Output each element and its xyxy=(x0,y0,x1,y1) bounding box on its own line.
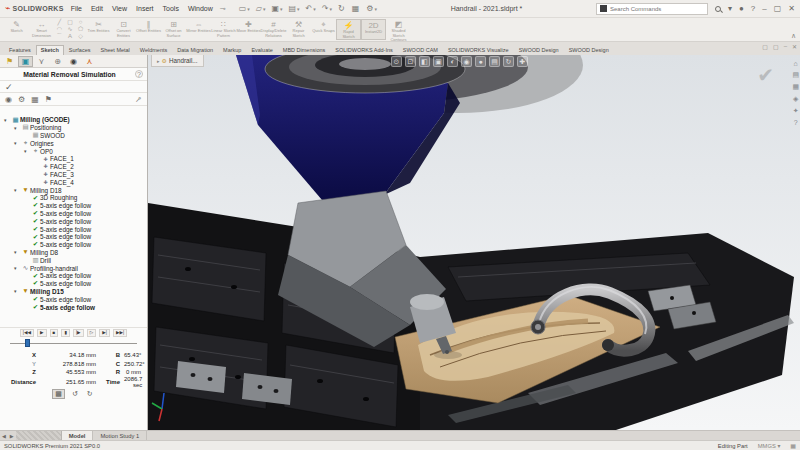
search-options-icon[interactable]: ▾ xyxy=(728,4,732,13)
pin-icon[interactable]: ⊸ xyxy=(133,93,144,104)
swood-cam-tab[interactable]: ⋏ xyxy=(82,56,97,67)
convert-entities-tool[interactable]: ⊡ Convert Entities xyxy=(111,19,136,40)
print-icon[interactable]: ▤▾ xyxy=(289,4,300,13)
refresh-stock-icon[interactable]: ↺ xyxy=(70,390,80,398)
offset-on-surface-tool[interactable]: ⊞ Offset on Surface xyxy=(161,19,186,40)
menu-item[interactable]: File xyxy=(71,5,82,12)
step-back-button[interactable]: |▶ xyxy=(73,329,84,338)
menu-item[interactable]: Window xyxy=(188,5,213,12)
menu-pin-icon[interactable]: ⊸ xyxy=(220,5,226,13)
status-options-icon[interactable]: ▦ xyxy=(790,442,796,449)
design-library-icon[interactable]: ▤ xyxy=(792,71,799,79)
expander-icon[interactable]: ▾ xyxy=(14,249,21,255)
shape-tool-icon[interactable]: ╱ xyxy=(58,19,62,26)
document-mode-tab[interactable]: Model xyxy=(62,431,94,440)
offset-entities-tool[interactable]: ∥ Offset Entities xyxy=(136,19,161,40)
progress-track[interactable] xyxy=(10,343,137,344)
shape-tool-icon[interactable]: ⌒ xyxy=(56,33,62,40)
command-tab[interactable]: Data Migration xyxy=(172,45,218,55)
section-view-icon[interactable]: ◧ xyxy=(419,56,430,67)
file-explorer-icon[interactable]: ▦ xyxy=(792,83,799,91)
tree-item[interactable]: ▾ FACE_3 xyxy=(0,171,147,179)
new-file-icon[interactable]: ▭▾ xyxy=(239,4,250,13)
menu-item[interactable]: Insert xyxy=(136,5,154,12)
appearance-icon[interactable]: ● xyxy=(475,56,486,67)
command-tab[interactable]: Features xyxy=(4,45,36,55)
zoom-area-icon[interactable]: ⊡ xyxy=(405,56,416,67)
document-mode-tab[interactable]: Motion Study 1 xyxy=(93,431,147,440)
shape-tool-icon[interactable]: A xyxy=(68,33,72,40)
command-tab[interactable]: Evaluate xyxy=(246,45,277,55)
doc-cascade-icon[interactable]: ▢ xyxy=(773,43,779,50)
stop-button[interactable]: ■ xyxy=(50,329,59,338)
menu-item[interactable]: View xyxy=(112,5,127,12)
tree-item[interactable]: ▾ Milling D15 xyxy=(0,288,147,296)
tree-item[interactable]: ▾ Profiling-handrail xyxy=(0,264,147,272)
pan-icon[interactable]: ✚ xyxy=(517,56,528,67)
pause-button[interactable]: ▮ xyxy=(61,329,70,338)
tree-item[interactable]: ▾ Positioning xyxy=(0,124,147,132)
doc-minimize-icon[interactable]: – xyxy=(784,43,787,50)
command-tab[interactable]: Sheet Metal xyxy=(95,45,134,55)
shape-tool-icon[interactable]: ◠ xyxy=(57,26,62,33)
tree-item[interactable]: ▾ Milling D8 xyxy=(0,249,147,257)
sketch-tool[interactable]: ✎ Sketch xyxy=(4,19,29,40)
flyout-chevron-icon[interactable]: ▸ xyxy=(157,58,160,64)
linear-sketch-pattern-tool[interactable]: ∷ Linear Sketch Pattern xyxy=(211,19,236,40)
tab-splitter[interactable] xyxy=(16,431,62,440)
options-icon[interactable]: ⚙▾ xyxy=(366,4,377,13)
command-tab[interactable]: SWOOD Design xyxy=(564,45,614,55)
go-to-start-button[interactable]: |◀◀ xyxy=(20,329,34,338)
play-button[interactable]: ▶ xyxy=(37,329,47,338)
help-icon[interactable]: ? xyxy=(135,70,143,78)
file-properties-icon[interactable]: ▦ xyxy=(352,4,361,13)
tree-item[interactable]: ▾ Drill xyxy=(0,256,147,264)
home-icon[interactable]: ⌂ xyxy=(794,60,798,67)
command-tab[interactable]: Markup xyxy=(218,45,246,55)
viewport-document-tab[interactable]: ▸ ⚙ Handrail... xyxy=(151,55,204,67)
command-tab[interactable]: SOLIDWORKS Visualize xyxy=(443,45,514,55)
update-simulation-icon[interactable]: ↻ xyxy=(85,390,95,398)
progress-handle[interactable] xyxy=(25,339,30,347)
shape-tool-icon[interactable]: ○ xyxy=(79,19,83,26)
tree-item[interactable]: ▾ Milling D18 xyxy=(0,186,147,194)
expander-icon[interactable]: ▾ xyxy=(14,288,21,294)
search-icon[interactable] xyxy=(715,6,721,12)
tree-item[interactable]: ▾ 3D Roughing xyxy=(0,194,147,202)
minimize-icon[interactable]: – xyxy=(762,4,766,13)
ok-button[interactable]: ✓ xyxy=(5,82,13,92)
expander-icon[interactable]: ▾ xyxy=(14,265,21,271)
display-delete-relations-tool[interactable]: # Display/Delete Relations xyxy=(261,19,286,40)
tree-item[interactable]: ▾ OP0 xyxy=(0,147,147,155)
forum-icon[interactable]: ? xyxy=(794,119,798,126)
command-tab[interactable]: SWOOD CAM xyxy=(398,45,443,55)
save-icon[interactable]: ▣▾ xyxy=(271,4,282,13)
tree-item[interactable]: ▾ Origines xyxy=(0,139,147,147)
command-tab[interactable]: SOLIDWORKS Add-Ins xyxy=(330,45,397,55)
undo-icon[interactable]: ↶▾ xyxy=(306,4,316,13)
confirmation-corner-check-icon[interactable]: ✔ xyxy=(757,63,774,87)
viewport-3d[interactable]: ▸ ⚙ Handrail... ⊙⊡◧▣◐◉●▤↻✚ ✔ ⌂▤▦◈✦? xyxy=(148,55,800,430)
displaymanager-tab[interactable]: ◉ xyxy=(66,56,81,67)
command-tab[interactable]: Surfaces xyxy=(64,45,96,55)
tree-item[interactable]: ▾ 5-axis edge follow xyxy=(0,303,147,311)
display-style-icon[interactable]: ◐ xyxy=(447,56,458,67)
doc-restore-icon[interactable]: ▢ xyxy=(762,43,768,50)
quick-snaps-tool[interactable]: ⌖ Quick Snaps xyxy=(311,19,336,40)
smart-dimension-tool[interactable]: ↔ Smart Dimension xyxy=(29,19,54,40)
search-commands-box[interactable] xyxy=(596,3,708,15)
doc-close-icon[interactable]: ✕ xyxy=(792,43,797,50)
expander-icon[interactable]: ▾ xyxy=(14,140,21,146)
expander-icon[interactable]: ▾ xyxy=(14,187,21,193)
tree-item[interactable]: ▾ FACE_4 xyxy=(0,178,147,186)
show-toolpath-icon[interactable]: ▦ xyxy=(31,95,39,104)
tree-item[interactable]: ▾ 5-axis edge follow xyxy=(0,202,147,210)
shape-tool-icon[interactable]: ⬠ xyxy=(78,26,83,33)
slow-play-button[interactable]: ▷ xyxy=(87,329,97,338)
tree-item[interactable]: ▾ 5-axis edge follow xyxy=(0,295,147,303)
appearances-icon[interactable]: ◈ xyxy=(793,95,798,103)
command-tab[interactable]: MBD Dimensions xyxy=(278,45,330,55)
featuremanager-tab[interactable]: ⚑ xyxy=(2,56,17,67)
rapid-sketch-tool[interactable]: ⚡ Rapid Sketch xyxy=(336,19,361,40)
dimxpertmanager-tab[interactable]: ⊕ xyxy=(50,56,65,67)
